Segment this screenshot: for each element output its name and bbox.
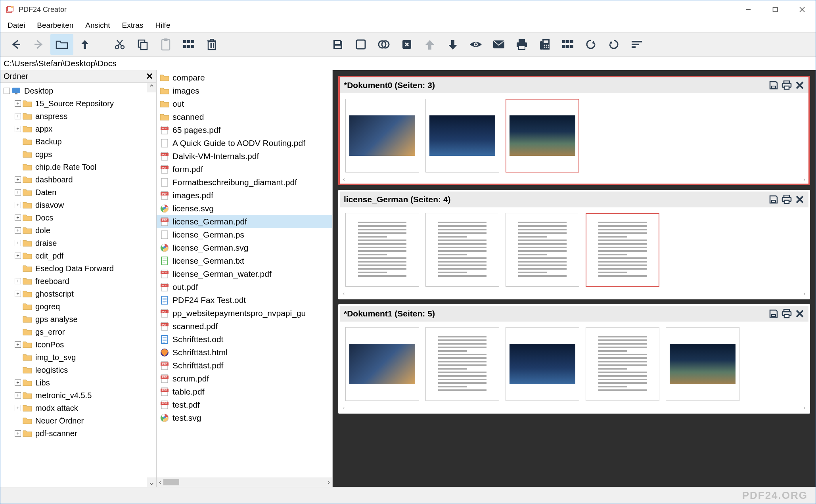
file-list[interactable]: compareimagesoutscannedPDF65 pages.pdfA …	[157, 70, 332, 477]
file-item[interactable]: out	[157, 97, 332, 110]
file-item[interactable]: PDFlicense_German_water.pdf	[157, 267, 332, 280]
scroll-right-icon[interactable]: ›	[803, 176, 805, 182]
menu-hilfe[interactable]: Hilfe	[155, 21, 170, 30]
print-button[interactable]	[510, 34, 533, 55]
file-item[interactable]: PDFscanned.pdf	[157, 320, 332, 333]
page-thumbnail[interactable]	[345, 213, 419, 287]
tree-item[interactable]: +anspress	[0, 110, 156, 123]
scroll-thumb[interactable]	[163, 479, 179, 485]
file-item[interactable]: license_German.txt	[157, 254, 332, 267]
expand-toggle-icon[interactable]: +	[15, 215, 21, 221]
file-item[interactable]: PDFlicense_German.pdf	[157, 215, 332, 228]
page-thumbnail[interactable]	[586, 327, 659, 401]
menu-extras[interactable]: Extras	[122, 21, 144, 30]
menu-ansicht[interactable]: Ansicht	[85, 21, 110, 30]
expand-toggle-icon[interactable]: +	[15, 253, 21, 259]
tree-item[interactable]: +Daten	[0, 186, 156, 199]
doc-close-icon[interactable]	[795, 195, 805, 204]
expand-toggle-icon[interactable]: +	[15, 202, 21, 208]
expand-toggle-icon[interactable]: +	[15, 126, 21, 132]
expand-toggle-icon[interactable]: +	[15, 189, 21, 195]
file-item[interactable]: PDFimages.pdf	[157, 189, 332, 202]
scroll-left-icon[interactable]: ‹	[343, 404, 345, 411]
expand-toggle-icon[interactable]: -	[4, 88, 10, 94]
page-thumbnail[interactable]	[425, 99, 499, 172]
tree-item[interactable]: chip.de Rate Tool	[0, 161, 156, 173]
tree-item[interactable]: -Desktop	[0, 84, 156, 97]
scroll-up-icon[interactable]: ⌃	[147, 83, 156, 92]
expand-toggle-icon[interactable]: +	[15, 405, 21, 411]
document-panel[interactable]: *Dokument1 (Seiten: 5)‹›	[338, 304, 810, 414]
open-folder-button[interactable]	[50, 34, 73, 55]
tree-item[interactable]: cgps	[0, 148, 156, 161]
email-button[interactable]	[487, 34, 510, 55]
scroll-left-icon[interactable]: ‹	[159, 479, 161, 486]
tree-item[interactable]: gs_error	[0, 326, 156, 338]
file-item[interactable]: images	[157, 84, 332, 97]
remove-page-button[interactable]	[395, 34, 418, 55]
up-button[interactable]	[73, 34, 96, 55]
copy-button[interactable]	[131, 34, 154, 55]
file-item[interactable]: PDF65 pages.pdf	[157, 123, 332, 136]
file-item[interactable]: license.svg	[157, 202, 332, 215]
tree-item[interactable]: Neuer Ördner	[0, 414, 156, 427]
scroll-right-icon[interactable]: ›	[803, 404, 805, 411]
file-item[interactable]: scanned	[157, 110, 332, 123]
paste-button[interactable]	[154, 34, 177, 55]
document-panel[interactable]: license_German (Seiten: 4)‹›	[338, 190, 810, 299]
page-thumbnail[interactable]	[666, 327, 739, 401]
scroll-left-icon[interactable]: ‹	[343, 290, 345, 297]
move-down-button[interactable]	[441, 34, 464, 55]
file-item[interactable]: Formatbeschreibung_diamant.pdf	[157, 176, 332, 189]
file-item[interactable]: PDFtable.pdf	[157, 385, 332, 398]
grid-button-2[interactable]	[556, 34, 579, 55]
file-item[interactable]: license_German.svg	[157, 241, 332, 254]
expand-toggle-icon[interactable]: +	[15, 392, 21, 399]
file-item[interactable]: compare	[157, 71, 332, 84]
tree-item[interactable]: +Docs	[0, 211, 156, 224]
tree-item[interactable]: +modx attack	[0, 402, 156, 414]
folder-tree[interactable]: ⌃ ⌄ -Desktop+15_Source Repository+anspre…	[0, 83, 156, 487]
doc-save-icon[interactable]	[769, 195, 778, 204]
scroll-left-icon[interactable]: ‹	[343, 176, 345, 182]
menu-datei[interactable]: Datei	[8, 21, 25, 30]
expand-toggle-icon[interactable]: +	[15, 291, 21, 297]
file-item[interactable]: PDFform.pdf	[157, 163, 332, 176]
tree-item[interactable]: +appx	[0, 123, 156, 135]
save-button[interactable]	[326, 34, 349, 55]
file-item[interactable]: PDFDalvik-VM-Internals.pdf	[157, 149, 332, 163]
file-item[interactable]: PDFscrum.pdf	[157, 372, 332, 385]
horizontal-scrollbar[interactable]: ‹ ›	[157, 477, 332, 487]
tree-item[interactable]: +metronic_v4.5.5	[0, 389, 156, 402]
page-thumbnail[interactable]	[586, 213, 659, 287]
tree-item[interactable]: gogreq	[0, 300, 156, 313]
doc-save-icon[interactable]	[769, 309, 778, 318]
tree-item[interactable]: +ghostscript	[0, 287, 156, 300]
file-item[interactable]: Schrifttest.odt	[157, 333, 332, 346]
tree-item[interactable]: +dole	[0, 224, 156, 237]
scroll-down-icon[interactable]: ⌄	[147, 477, 156, 487]
minimize-button[interactable]	[735, 1, 762, 18]
current-path[interactable]: C:\Users\Stefan\Desktop\Docs	[4, 59, 117, 68]
tree-item[interactable]: leogistics	[0, 364, 156, 376]
expand-toggle-icon[interactable]: +	[15, 176, 21, 183]
expand-toggle-icon[interactable]: +	[15, 278, 21, 284]
delete-button[interactable]	[200, 34, 223, 55]
doc-scrollbar[interactable]: ‹›	[340, 289, 808, 298]
page-thumbnail[interactable]	[506, 99, 579, 172]
doc-print-icon[interactable]	[782, 195, 792, 204]
file-item[interactable]: license_German.ps	[157, 228, 332, 241]
doc-scrollbar[interactable]: ‹›	[340, 175, 808, 184]
tree-item[interactable]: +15_Source Repository	[0, 97, 156, 110]
expand-toggle-icon[interactable]: +	[15, 341, 21, 348]
back-button[interactable]	[4, 34, 27, 55]
file-item[interactable]: PDFout.pdf	[157, 280, 332, 293]
forward-button[interactable]	[27, 34, 50, 55]
menu-bearbeiten[interactable]: Bearbeiten	[37, 21, 73, 30]
file-item[interactable]: PDFpp_websitepaymentspro_nvpapi_gu	[157, 307, 332, 320]
maximize-button[interactable]	[762, 1, 789, 18]
merge-button[interactable]	[372, 34, 395, 55]
tree-item[interactable]: +edit_pdf	[0, 249, 156, 262]
tree-item[interactable]: +draise	[0, 237, 156, 249]
tree-item[interactable]: +pdf-scanner	[0, 427, 156, 440]
